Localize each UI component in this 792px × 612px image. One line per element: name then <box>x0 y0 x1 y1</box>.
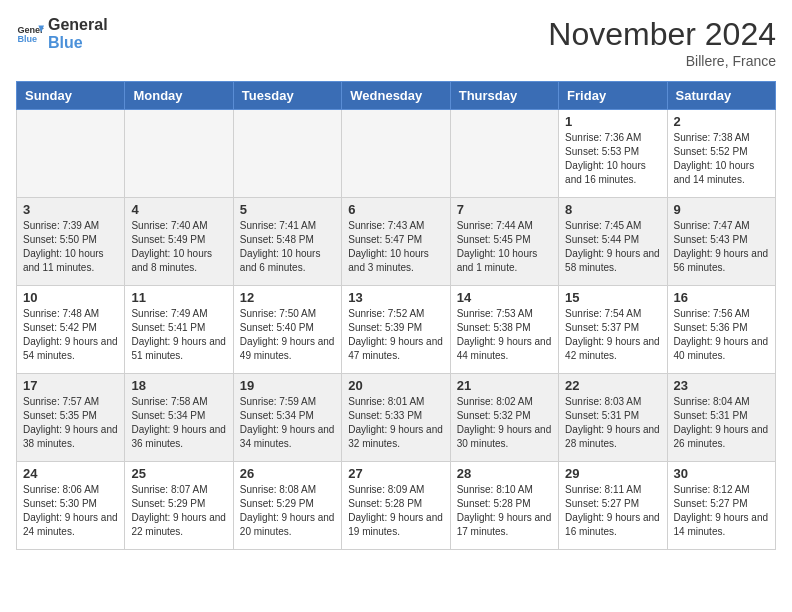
logo-blue-text: Blue <box>48 34 108 52</box>
weekday-header: Saturday <box>667 82 775 110</box>
calendar-week-row: 24Sunrise: 8:06 AM Sunset: 5:30 PM Dayli… <box>17 462 776 550</box>
day-info: Sunrise: 8:01 AM Sunset: 5:33 PM Dayligh… <box>348 395 443 451</box>
logo-icon: General Blue <box>16 20 44 48</box>
day-number: 27 <box>348 466 443 481</box>
day-number: 14 <box>457 290 552 305</box>
calendar-day-cell: 14Sunrise: 7:53 AM Sunset: 5:38 PM Dayli… <box>450 286 558 374</box>
calendar-day-cell: 30Sunrise: 8:12 AM Sunset: 5:27 PM Dayli… <box>667 462 775 550</box>
calendar-day-cell: 2Sunrise: 7:38 AM Sunset: 5:52 PM Daylig… <box>667 110 775 198</box>
day-number: 16 <box>674 290 769 305</box>
day-info: Sunrise: 7:50 AM Sunset: 5:40 PM Dayligh… <box>240 307 335 363</box>
calendar-day-cell: 24Sunrise: 8:06 AM Sunset: 5:30 PM Dayli… <box>17 462 125 550</box>
day-number: 7 <box>457 202 552 217</box>
day-info: Sunrise: 7:49 AM Sunset: 5:41 PM Dayligh… <box>131 307 226 363</box>
calendar-day-cell: 1Sunrise: 7:36 AM Sunset: 5:53 PM Daylig… <box>559 110 667 198</box>
day-info: Sunrise: 8:10 AM Sunset: 5:28 PM Dayligh… <box>457 483 552 539</box>
calendar-week-row: 1Sunrise: 7:36 AM Sunset: 5:53 PM Daylig… <box>17 110 776 198</box>
day-number: 6 <box>348 202 443 217</box>
day-number: 22 <box>565 378 660 393</box>
weekday-header: Tuesday <box>233 82 341 110</box>
calendar-day-cell: 12Sunrise: 7:50 AM Sunset: 5:40 PM Dayli… <box>233 286 341 374</box>
day-info: Sunrise: 8:08 AM Sunset: 5:29 PM Dayligh… <box>240 483 335 539</box>
day-info: Sunrise: 7:44 AM Sunset: 5:45 PM Dayligh… <box>457 219 552 275</box>
calendar-day-cell: 25Sunrise: 8:07 AM Sunset: 5:29 PM Dayli… <box>125 462 233 550</box>
calendar-day-cell: 23Sunrise: 8:04 AM Sunset: 5:31 PM Dayli… <box>667 374 775 462</box>
day-number: 19 <box>240 378 335 393</box>
calendar-day-cell: 6Sunrise: 7:43 AM Sunset: 5:47 PM Daylig… <box>342 198 450 286</box>
calendar-day-cell: 15Sunrise: 7:54 AM Sunset: 5:37 PM Dayli… <box>559 286 667 374</box>
calendar-day-cell: 19Sunrise: 7:59 AM Sunset: 5:34 PM Dayli… <box>233 374 341 462</box>
weekday-header: Wednesday <box>342 82 450 110</box>
day-number: 10 <box>23 290 118 305</box>
month-title: November 2024 <box>548 16 776 53</box>
day-info: Sunrise: 7:53 AM Sunset: 5:38 PM Dayligh… <box>457 307 552 363</box>
header: General Blue General Blue November 2024 … <box>16 16 776 69</box>
weekday-header: Monday <box>125 82 233 110</box>
calendar-day-cell: 10Sunrise: 7:48 AM Sunset: 5:42 PM Dayli… <box>17 286 125 374</box>
calendar-day-cell <box>233 110 341 198</box>
day-number: 4 <box>131 202 226 217</box>
day-number: 21 <box>457 378 552 393</box>
calendar-day-cell: 26Sunrise: 8:08 AM Sunset: 5:29 PM Dayli… <box>233 462 341 550</box>
day-number: 17 <box>23 378 118 393</box>
calendar-day-cell: 9Sunrise: 7:47 AM Sunset: 5:43 PM Daylig… <box>667 198 775 286</box>
day-info: Sunrise: 7:57 AM Sunset: 5:35 PM Dayligh… <box>23 395 118 451</box>
calendar-day-cell: 5Sunrise: 7:41 AM Sunset: 5:48 PM Daylig… <box>233 198 341 286</box>
calendar-week-row: 17Sunrise: 7:57 AM Sunset: 5:35 PM Dayli… <box>17 374 776 462</box>
day-number: 12 <box>240 290 335 305</box>
calendar-day-cell: 28Sunrise: 8:10 AM Sunset: 5:28 PM Dayli… <box>450 462 558 550</box>
calendar-day-cell: 8Sunrise: 7:45 AM Sunset: 5:44 PM Daylig… <box>559 198 667 286</box>
day-info: Sunrise: 7:40 AM Sunset: 5:49 PM Dayligh… <box>131 219 226 275</box>
calendar-day-cell: 11Sunrise: 7:49 AM Sunset: 5:41 PM Dayli… <box>125 286 233 374</box>
day-info: Sunrise: 7:38 AM Sunset: 5:52 PM Dayligh… <box>674 131 769 187</box>
weekday-header: Friday <box>559 82 667 110</box>
calendar-day-cell <box>17 110 125 198</box>
day-info: Sunrise: 7:39 AM Sunset: 5:50 PM Dayligh… <box>23 219 118 275</box>
day-number: 30 <box>674 466 769 481</box>
calendar-week-row: 3Sunrise: 7:39 AM Sunset: 5:50 PM Daylig… <box>17 198 776 286</box>
calendar-day-cell: 13Sunrise: 7:52 AM Sunset: 5:39 PM Dayli… <box>342 286 450 374</box>
calendar-day-cell: 18Sunrise: 7:58 AM Sunset: 5:34 PM Dayli… <box>125 374 233 462</box>
day-number: 13 <box>348 290 443 305</box>
calendar-day-cell <box>125 110 233 198</box>
day-info: Sunrise: 7:56 AM Sunset: 5:36 PM Dayligh… <box>674 307 769 363</box>
day-number: 11 <box>131 290 226 305</box>
day-info: Sunrise: 7:47 AM Sunset: 5:43 PM Dayligh… <box>674 219 769 275</box>
day-number: 26 <box>240 466 335 481</box>
day-number: 9 <box>674 202 769 217</box>
day-info: Sunrise: 8:11 AM Sunset: 5:27 PM Dayligh… <box>565 483 660 539</box>
calendar-day-cell: 4Sunrise: 7:40 AM Sunset: 5:49 PM Daylig… <box>125 198 233 286</box>
calendar-day-cell: 16Sunrise: 7:56 AM Sunset: 5:36 PM Dayli… <box>667 286 775 374</box>
calendar-day-cell <box>450 110 558 198</box>
day-number: 28 <box>457 466 552 481</box>
day-info: Sunrise: 8:12 AM Sunset: 5:27 PM Dayligh… <box>674 483 769 539</box>
day-info: Sunrise: 7:52 AM Sunset: 5:39 PM Dayligh… <box>348 307 443 363</box>
day-info: Sunrise: 7:59 AM Sunset: 5:34 PM Dayligh… <box>240 395 335 451</box>
calendar-table: SundayMondayTuesdayWednesdayThursdayFrid… <box>16 81 776 550</box>
day-info: Sunrise: 7:41 AM Sunset: 5:48 PM Dayligh… <box>240 219 335 275</box>
day-number: 23 <box>674 378 769 393</box>
day-info: Sunrise: 8:07 AM Sunset: 5:29 PM Dayligh… <box>131 483 226 539</box>
calendar-day-cell: 22Sunrise: 8:03 AM Sunset: 5:31 PM Dayli… <box>559 374 667 462</box>
day-number: 2 <box>674 114 769 129</box>
calendar-header-row: SundayMondayTuesdayWednesdayThursdayFrid… <box>17 82 776 110</box>
logo-general-text: General <box>48 16 108 34</box>
calendar-day-cell: 27Sunrise: 8:09 AM Sunset: 5:28 PM Dayli… <box>342 462 450 550</box>
svg-text:Blue: Blue <box>17 34 37 44</box>
title-area: November 2024 Billere, France <box>548 16 776 69</box>
day-number: 18 <box>131 378 226 393</box>
day-info: Sunrise: 8:09 AM Sunset: 5:28 PM Dayligh… <box>348 483 443 539</box>
calendar-day-cell: 3Sunrise: 7:39 AM Sunset: 5:50 PM Daylig… <box>17 198 125 286</box>
calendar-day-cell: 29Sunrise: 8:11 AM Sunset: 5:27 PM Dayli… <box>559 462 667 550</box>
day-info: Sunrise: 8:03 AM Sunset: 5:31 PM Dayligh… <box>565 395 660 451</box>
day-info: Sunrise: 7:43 AM Sunset: 5:47 PM Dayligh… <box>348 219 443 275</box>
day-number: 25 <box>131 466 226 481</box>
day-number: 1 <box>565 114 660 129</box>
calendar-day-cell <box>342 110 450 198</box>
day-info: Sunrise: 8:04 AM Sunset: 5:31 PM Dayligh… <box>674 395 769 451</box>
calendar-week-row: 10Sunrise: 7:48 AM Sunset: 5:42 PM Dayli… <box>17 286 776 374</box>
logo: General Blue General Blue <box>16 16 108 51</box>
day-number: 3 <box>23 202 118 217</box>
calendar-day-cell: 21Sunrise: 8:02 AM Sunset: 5:32 PM Dayli… <box>450 374 558 462</box>
day-number: 20 <box>348 378 443 393</box>
